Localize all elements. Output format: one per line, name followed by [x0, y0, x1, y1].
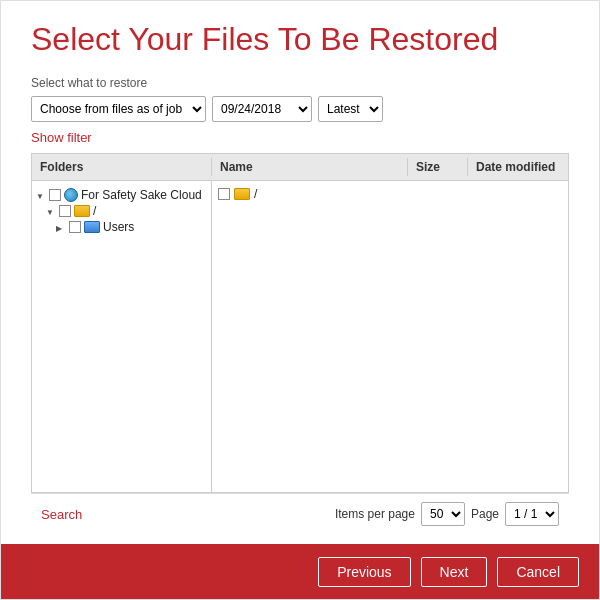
name-entry-root[interactable]: /	[218, 185, 562, 203]
version-dropdown[interactable]: Latest	[318, 96, 383, 122]
previous-button[interactable]: Previous	[318, 557, 410, 587]
checkbox-cloud[interactable]	[49, 189, 61, 201]
page-container: Select Your Files To Be Restored Select …	[0, 0, 600, 600]
search-link[interactable]: Search	[41, 507, 82, 522]
cloud-label: For Safety Sake Cloud	[81, 188, 202, 202]
col-date-header: Date modified	[468, 158, 568, 176]
footer-bar: Search Items per page 50 Page 1 / 1	[31, 493, 569, 534]
checkbox-users[interactable]	[69, 221, 81, 233]
tree-item-root[interactable]: /	[46, 203, 207, 219]
root-label: /	[93, 204, 96, 218]
folder-yellow-icon	[74, 205, 90, 217]
bottom-bar: Previous Next Cancel	[1, 544, 599, 599]
col-name-header: Name	[212, 158, 408, 176]
checkbox-root[interactable]	[59, 205, 71, 217]
page-title: Select Your Files To Be Restored	[31, 21, 569, 58]
next-button[interactable]: Next	[421, 557, 488, 587]
folder-blue-icon	[84, 221, 100, 233]
file-browser: Folders Name Size Date modified For Safe…	[31, 153, 569, 493]
name-folder-icon	[234, 188, 250, 200]
expand-users-icon[interactable]	[56, 222, 66, 233]
page-label: Page	[471, 507, 499, 521]
file-browser-body: For Safety Sake Cloud / Users	[32, 181, 568, 492]
folder-panel: For Safety Sake Cloud / Users	[32, 181, 212, 492]
controls-row: Choose from files as of job 09/24/2018 L…	[31, 96, 569, 122]
page-dropdown[interactable]: 1 / 1	[505, 502, 559, 526]
items-per-page-dropdown[interactable]: 50	[421, 502, 465, 526]
date-dropdown[interactable]: 09/24/2018	[212, 96, 312, 122]
file-browser-header: Folders Name Size Date modified	[32, 154, 568, 181]
globe-icon	[64, 188, 78, 202]
expand-root-icon[interactable]	[46, 206, 56, 217]
name-checkbox[interactable]	[218, 188, 230, 200]
select-what-label: Select what to restore	[31, 76, 569, 90]
col-size-header: Size	[408, 158, 468, 176]
tree-item-users[interactable]: Users	[56, 219, 207, 235]
name-panel: /	[212, 181, 568, 492]
users-label: Users	[103, 220, 134, 234]
name-root-label: /	[254, 187, 257, 201]
col-folders-header: Folders	[32, 158, 212, 176]
show-filter-link[interactable]: Show filter	[31, 130, 569, 145]
pagination-area: Items per page 50 Page 1 / 1	[335, 502, 559, 526]
items-per-page-label: Items per page	[335, 507, 415, 521]
restore-type-dropdown[interactable]: Choose from files as of job	[31, 96, 206, 122]
tree-item-cloud[interactable]: For Safety Sake Cloud	[36, 187, 207, 203]
expand-cloud-icon[interactable]	[36, 190, 46, 201]
cancel-button[interactable]: Cancel	[497, 557, 579, 587]
main-content: Select Your Files To Be Restored Select …	[1, 1, 599, 544]
